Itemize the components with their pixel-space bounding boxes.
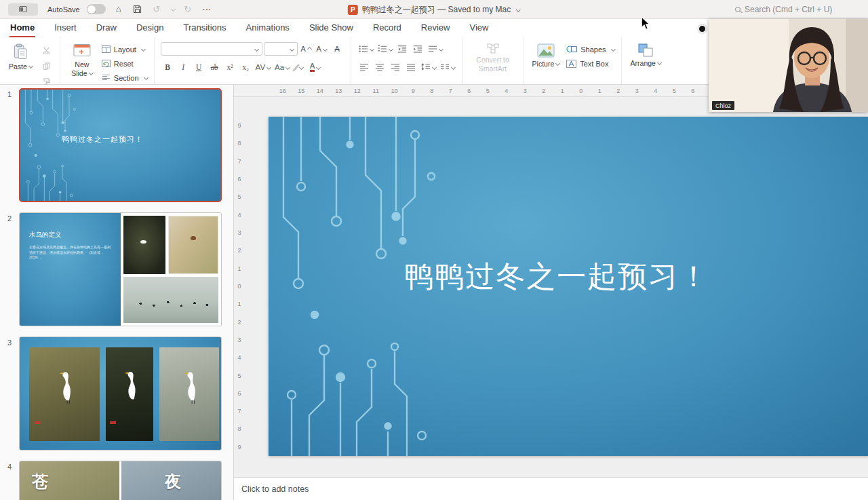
ruler-number: 4 (497, 85, 516, 96)
smartart-group: Convert to SmartArt (462, 37, 523, 84)
chevron-down-icon (389, 46, 393, 51)
tab-slide-show[interactable]: Slide Show (309, 19, 354, 37)
participant-video (709, 19, 868, 112)
columns-button[interactable] (439, 60, 456, 74)
slide-editing-surface[interactable]: 鸭鸭过冬之一起预习！ (269, 117, 868, 456)
font-size-select[interactable] (264, 42, 298, 56)
search-input[interactable] (745, 5, 860, 14)
tab-record[interactable]: Record (372, 19, 402, 37)
align-right-icon (391, 63, 400, 71)
numbered-list-button[interactable] (376, 42, 394, 56)
notes-pane[interactable]: Click to add notes (234, 477, 868, 500)
new-slide-button[interactable]: New Slide (66, 42, 98, 79)
shapes-button[interactable]: Shapes (566, 43, 614, 55)
tab-transitions[interactable]: Transitions (182, 19, 226, 37)
shapes-label: Shapes (580, 45, 606, 54)
layout-button[interactable]: Layout (102, 43, 148, 55)
chevron-down-icon (516, 7, 521, 12)
more-icon[interactable]: ⋯ (201, 3, 213, 16)
slide-thumbnail-1[interactable]: 鸭鸭过冬之一起预习！ (19, 88, 222, 202)
slide-number: 4 (7, 463, 12, 471)
document-title-area[interactable]: P 鸭鸭过冬之一起预习 — Saved to my Mac (348, 0, 520, 19)
thumbnail-row-4: 4 苍 夜 (19, 461, 222, 500)
section-button[interactable]: Section (102, 72, 148, 83)
tab-insert[interactable]: Insert (54, 19, 77, 37)
text-box-button[interactable]: Text Box (566, 58, 614, 69)
convert-to-smartart-button[interactable]: Convert to SmartArt (469, 42, 517, 74)
thumbnail-row-1: 1 鸭鸭过冬之一起预习！ (19, 88, 222, 202)
highlight-button[interactable] (292, 60, 307, 74)
ruler-number: 11 (367, 85, 386, 96)
tab-draw[interactable]: Draw (96, 19, 117, 37)
increase-font-size-button[interactable]: A (299, 42, 313, 56)
reset-button[interactable]: Reset (102, 58, 148, 69)
bullet-list-button[interactable] (357, 42, 375, 56)
line-spacing-button[interactable] (420, 60, 437, 74)
ruler-number: 12 (348, 85, 367, 96)
slide-number: 2 (7, 214, 12, 223)
window-tab-overview-button[interactable] (8, 3, 38, 16)
cut-button[interactable] (39, 43, 54, 57)
autosave-toggle[interactable] (87, 4, 106, 14)
italic-button[interactable]: I (176, 60, 191, 74)
align-left-button[interactable] (357, 60, 372, 74)
subscript-button[interactable]: x₂ (239, 60, 253, 74)
chevron-down-icon (555, 61, 560, 66)
superscript-button[interactable]: x² (223, 60, 237, 74)
character-spacing-button[interactable]: AV (254, 60, 273, 74)
text-direction-button[interactable] (427, 42, 444, 56)
egret-icon (53, 364, 76, 405)
photo-egret-dark-bg (106, 347, 153, 441)
align-right-button[interactable] (389, 60, 403, 74)
change-case-button[interactable]: Aa (273, 60, 291, 74)
ruler-number: 8 (234, 420, 245, 438)
layout-label: Layout (114, 45, 136, 54)
undo-icon[interactable]: ↺ (151, 3, 163, 16)
redo-icon[interactable]: ↻ (182, 3, 194, 16)
strikethrough-button[interactable]: ab (208, 60, 222, 74)
titlebar-right (735, 5, 860, 14)
recording-indicator[interactable] (698, 24, 707, 33)
chevron-down-icon (323, 46, 328, 51)
slide-thumbnail-4[interactable]: 苍 夜 (19, 461, 222, 500)
chevron-down-icon (316, 64, 321, 69)
smartart-icon (487, 43, 499, 54)
format-painter-icon (43, 78, 50, 85)
egret-icon (178, 364, 201, 405)
tab-home[interactable]: Home (9, 19, 35, 37)
increase-indent-button[interactable] (411, 42, 425, 56)
tab-animations[interactable]: Animations (245, 19, 290, 37)
font-color-button[interactable]: A (308, 60, 322, 74)
undo-chevron-icon[interactable] (171, 7, 176, 12)
notes-placeholder: Click to add notes (241, 484, 309, 494)
tab-view[interactable]: View (469, 19, 489, 37)
search-box[interactable] (735, 5, 860, 14)
decrease-indent-button[interactable] (395, 42, 410, 56)
decrease-font-size-button[interactable]: A (315, 42, 329, 56)
slide-title-text[interactable]: 鸭鸭过冬之一起预习！ (329, 259, 785, 294)
ruler-number: 5 (479, 85, 498, 96)
copy-button[interactable] (39, 59, 54, 73)
new-slide-icon (73, 43, 91, 58)
ruler-number: 13 (330, 85, 349, 96)
save-icon[interactable] (132, 3, 144, 16)
paste-button[interactable]: Paste (6, 42, 35, 73)
ruler-number: 0 (572, 85, 591, 96)
chevron-down-icon (141, 47, 146, 52)
bold-button[interactable]: B (161, 60, 175, 74)
justify-button[interactable] (404, 60, 418, 74)
slide-thumbnail-3[interactable] (19, 336, 222, 450)
ruler-number: 3 (234, 224, 245, 242)
home-icon[interactable]: ⌂ (113, 3, 125, 16)
font-name-select[interactable] (161, 42, 262, 56)
underline-button[interactable]: U (192, 60, 206, 74)
clear-formatting-button[interactable]: A (330, 42, 344, 56)
tab-design[interactable]: Design (136, 19, 164, 37)
tab-review[interactable]: Review (420, 19, 451, 37)
slide-thumbnail-2[interactable]: 水鸟的定义 主要在水域及其周边栖息、并在身体结构上具有一系列适应于游泳、潜水或涉… (19, 212, 222, 326)
align-center-button[interactable] (373, 60, 387, 74)
picture-button[interactable]: Picture (530, 42, 563, 70)
arrange-button[interactable]: Arrange (628, 42, 664, 69)
document-title: 鸭鸭过冬之一起预习 — Saved to my Mac (362, 4, 511, 16)
thumbnail-4-right-caption: 夜 (165, 471, 181, 493)
